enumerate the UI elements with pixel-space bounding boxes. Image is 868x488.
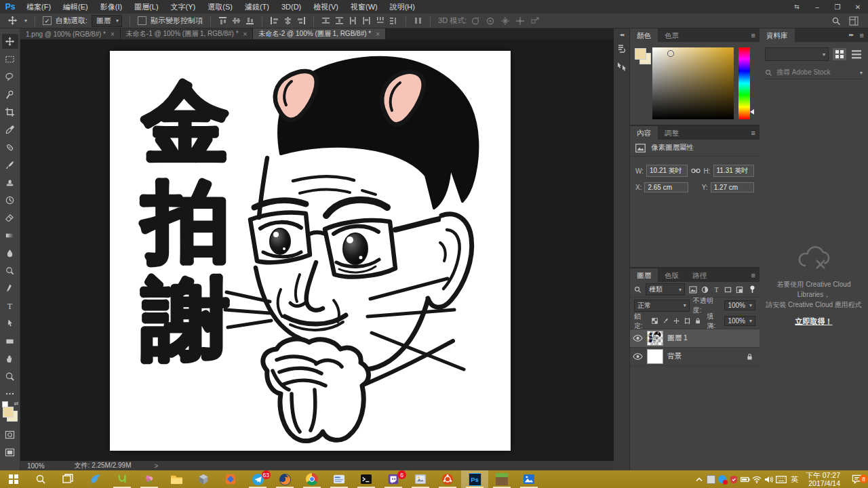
- tab-channels[interactable]: 色版: [658, 268, 686, 282]
- path-select-tool[interactable]: [2, 316, 18, 331]
- menu-layer[interactable]: 圖層(L): [128, 0, 164, 14]
- tab-close-icon[interactable]: ×: [376, 30, 380, 38]
- panel-menu-icon[interactable]: ≡: [751, 31, 755, 39]
- tab-libraries[interactable]: 資料庫: [760, 28, 795, 42]
- width-field[interactable]: 10.21 英吋: [646, 165, 688, 177]
- tray-keyboard-icon[interactable]: [774, 470, 788, 488]
- auto-select-dropdown[interactable]: 圖層▾: [92, 15, 122, 27]
- quick-select-tool[interactable]: [2, 87, 18, 102]
- library-select-dropdown[interactable]: ▾: [765, 47, 829, 61]
- chrome-icon[interactable]: [298, 470, 326, 488]
- edit-toolbar-icon[interactable]: [2, 386, 18, 401]
- hue-slider[interactable]: [738, 47, 750, 119]
- tool-preset-caret[interactable]: ▾: [24, 18, 27, 24]
- filter-type-icon[interactable]: T: [713, 286, 720, 293]
- show-transform-checkbox[interactable]: ✓: [138, 16, 146, 25]
- height-field[interactable]: 11.31 英吋: [713, 165, 755, 177]
- shape-tool[interactable]: [2, 333, 18, 348]
- move-tool[interactable]: [2, 34, 18, 49]
- marquee-tool[interactable]: [2, 52, 18, 66]
- menu-type[interactable]: 文字(Y): [165, 0, 202, 14]
- minimize-button[interactable]: –: [807, 0, 827, 14]
- distribute-bottom-icon[interactable]: [349, 16, 357, 25]
- tray-chevron-up-icon[interactable]: [694, 470, 705, 488]
- twitch-icon[interactable]: 6: [380, 470, 407, 488]
- canvas-pasteboard[interactable]: [20, 39, 614, 461]
- distribute-vcenter-icon[interactable]: [335, 16, 344, 25]
- panel-menu-icon[interactable]: ≡: [751, 129, 755, 137]
- 3d-rotate-icon[interactable]: [471, 16, 480, 26]
- firefox-icon[interactable]: [271, 470, 298, 488]
- panel-menu-icon[interactable]: ≡: [751, 271, 755, 279]
- brush-tool[interactable]: [2, 157, 18, 172]
- distribute-spacing-icon[interactable]: [414, 16, 422, 25]
- document-canvas[interactable]: [110, 51, 511, 451]
- menu-view[interactable]: 檢視(V): [307, 0, 344, 14]
- layer-row-1[interactable]: 圖層 1: [630, 329, 760, 348]
- tab-close-icon[interactable]: ×: [111, 30, 115, 38]
- panel-fg-swatch[interactable]: [635, 48, 646, 60]
- menu-image[interactable]: 影像(I): [94, 0, 128, 14]
- lock-position-icon[interactable]: [673, 317, 679, 325]
- eyedropper-tool[interactable]: [2, 122, 18, 137]
- restore-button[interactable]: ❐: [827, 0, 848, 14]
- menu-help[interactable]: 說明(H): [384, 0, 421, 14]
- tab-swatches[interactable]: 色票: [658, 28, 686, 42]
- tray-battery-icon[interactable]: [740, 470, 751, 488]
- filter-pixel-icon[interactable]: [689, 286, 697, 293]
- tab-untitled-2[interactable]: 未命名-2 @ 100% (圖層 1, RGB/8#) *×: [253, 28, 386, 39]
- distribute-top-icon[interactable]: [321, 16, 330, 25]
- healing-brush-tool[interactable]: [2, 140, 18, 155]
- 3d-drag-icon[interactable]: [500, 16, 510, 26]
- filter-toggle-pin-icon[interactable]: [749, 285, 755, 293]
- filter-shape-icon[interactable]: [724, 286, 732, 293]
- gradient-tool[interactable]: [2, 228, 18, 243]
- lock-transparent-icon[interactable]: [652, 317, 658, 325]
- card-app-icon[interactable]: [326, 470, 353, 488]
- task-view-button[interactable]: [54, 470, 81, 488]
- tray-shield-icon[interactable]: [728, 470, 740, 488]
- taskbar-search-button[interactable]: [27, 470, 54, 488]
- layer-name[interactable]: 圖層 1: [667, 333, 688, 343]
- distribute-left-icon[interactable]: [362, 16, 371, 25]
- menu-3d[interactable]: 3D(D): [275, 0, 307, 14]
- fill-dropdown[interactable]: 100%▾: [724, 316, 755, 326]
- link-dimensions-icon[interactable]: [691, 167, 701, 175]
- bird-app-icon[interactable]: [81, 470, 108, 488]
- saturation-brightness-field[interactable]: [652, 47, 734, 119]
- eraser-tool[interactable]: [2, 210, 18, 225]
- flower-app-icon[interactable]: [136, 470, 163, 488]
- tab-layers[interactable]: 圖層: [630, 268, 658, 282]
- tab-color[interactable]: 顏色: [630, 28, 658, 42]
- hue-slider-marker[interactable]: [750, 109, 754, 115]
- layer-thumbnail[interactable]: [647, 349, 663, 364]
- telegram-icon[interactable]: 63: [244, 470, 271, 488]
- tray-wifi-icon[interactable]: [751, 470, 763, 488]
- close-button[interactable]: ✕: [848, 0, 868, 14]
- file-explorer-icon[interactable]: [163, 470, 190, 488]
- layer-row-2[interactable]: 背景: [630, 348, 760, 366]
- distribute-hcenter-icon[interactable]: [376, 16, 384, 25]
- blur-tool[interactable]: [2, 245, 18, 260]
- cube-app-icon[interactable]: [190, 470, 217, 488]
- align-top-icon[interactable]: [218, 16, 227, 25]
- lock-artboard-icon[interactable]: [684, 317, 690, 325]
- taskbar-clock[interactable]: 下午 07:27 2017/4/14: [802, 471, 845, 487]
- dock-collapse-chevrons[interactable]: ▶▶: [849, 33, 853, 37]
- photos-app-icon[interactable]: [515, 470, 542, 488]
- history-brush-tool[interactable]: [2, 192, 18, 207]
- type-tool[interactable]: T: [2, 298, 18, 313]
- tray-gray-app-icon[interactable]: [705, 470, 717, 488]
- visibility-eye-icon[interactable]: [633, 353, 643, 360]
- 3d-scale-icon[interactable]: [530, 16, 540, 26]
- lock-paint-icon[interactable]: [663, 317, 669, 325]
- y-field[interactable]: 1.27 cm: [711, 182, 754, 192]
- ime-language-indicator[interactable]: 英: [788, 470, 802, 488]
- auto-select-checkbox[interactable]: ✓: [43, 16, 52, 25]
- zoom-tool[interactable]: [2, 369, 18, 384]
- visibility-eye-icon[interactable]: [633, 335, 643, 342]
- options-search-icon[interactable]: [831, 16, 841, 26]
- x-field[interactable]: 2.65 cm: [644, 182, 688, 192]
- move-tool-badge[interactable]: [4, 14, 20, 28]
- align-hcenter-icon[interactable]: [283, 16, 292, 25]
